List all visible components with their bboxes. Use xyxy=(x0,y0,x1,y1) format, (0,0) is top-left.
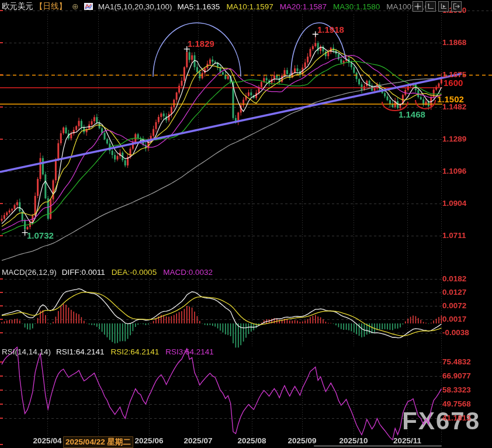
rsi-axis-label: 58.3323 xyxy=(442,385,471,394)
rsi-axis-label: 41.1813 xyxy=(442,413,471,422)
ma-value: MA10:1.1597 xyxy=(226,2,273,11)
price-axis-label: 1.0711 xyxy=(442,231,466,240)
macd-axis-label: 0.0072 xyxy=(442,301,466,310)
macd-axis-label: 0.0017 xyxy=(442,315,466,323)
rsi-value: RSI1:64.2141 xyxy=(56,347,105,356)
ma-value: MA5:1.1635 xyxy=(178,2,220,11)
chart-canvas[interactable] xyxy=(0,0,492,448)
period-label[interactable]: 【日线】 xyxy=(35,1,67,12)
macd-value: DIFF:0.0011 xyxy=(62,268,105,277)
axis-scale-play-icon[interactable] xyxy=(438,1,449,12)
macd-axis-label: -0.0038 xyxy=(442,328,469,337)
add-indicator-icon[interactable]: ⊕ xyxy=(72,2,79,11)
macd-indicator-header: MACD(26,12,9) DIFF:0.0011DEA:-0.0005MACD… xyxy=(2,268,213,277)
date-label: 2025/09 xyxy=(288,436,317,445)
rsi-indicator-header: RSI(14,14,14) RSI1:64.2141RSI2:64.2141RS… xyxy=(2,347,214,356)
rsi-value: RSI2:64.2141 xyxy=(111,347,160,356)
rsi-params-label: RSI(14,14,14) xyxy=(2,347,51,356)
price-axis-label: 1.1289 xyxy=(442,135,466,143)
ma-value: MA30:1.1580 xyxy=(333,2,380,11)
main-indicator-header: 欧元美元【日线】 ⊕ MA1(5,10,20,30,100) MA5:1.163… xyxy=(2,1,429,12)
ma-value: MA20:1.1587 xyxy=(280,2,327,11)
chart-toolbar xyxy=(413,1,462,12)
rsi-axis-label: 66.9077 xyxy=(442,371,471,380)
date-label: 2025/06 xyxy=(135,436,164,445)
chart-window: FX678 欧元美元【日线】 ⊕ MA1(5,10,20,30,100) MA5… xyxy=(0,0,492,448)
macd-value: DEA:-0.0005 xyxy=(112,268,157,277)
date-label: 2025/04 xyxy=(33,436,62,445)
axis-scale-left-icon[interactable] xyxy=(425,1,436,12)
macd-value: MACD:0.0032 xyxy=(163,268,213,277)
exit-chart-icon[interactable] xyxy=(451,1,462,12)
date-label: 2025/07 xyxy=(184,436,213,445)
price-annotation: 1.1829 xyxy=(188,39,214,49)
instrument-title[interactable]: 欧元美元 xyxy=(2,1,33,12)
rsi-value: RSI3:64.2141 xyxy=(165,347,214,356)
date-label: 2025/10 xyxy=(339,436,368,445)
date-label: 2025/08 xyxy=(238,436,266,445)
price-axis-label: 1.1096 xyxy=(442,167,466,175)
level-line-label: 1.1502 xyxy=(437,94,464,104)
rsi-axis-label: 75.4832 xyxy=(442,357,471,366)
price-axis-label: 1.0904 xyxy=(442,199,466,208)
macd-axis-label: 0.0127 xyxy=(442,288,466,297)
ma-params-label: MA1(5,10,20,30,100) xyxy=(98,2,172,11)
level-line-label: 1600 xyxy=(444,78,463,88)
price-annotation: 1.0732 xyxy=(27,230,54,240)
price-axis-label: 1.1868 xyxy=(442,38,466,47)
scrollbar-thumb[interactable] xyxy=(314,445,442,447)
macd-params-label: MACD(26,12,9) xyxy=(2,268,57,277)
price-annotation: 1.1918 xyxy=(317,25,344,35)
chart-type-icon[interactable] xyxy=(84,3,93,10)
rsi-axis-label: 49.7568 xyxy=(442,399,471,408)
date-label-selected: 2025/04/22 星期二 xyxy=(63,436,133,448)
macd-axis-label: 0.0182 xyxy=(442,274,466,283)
price-annotation: 1.1468 xyxy=(399,109,425,119)
date-label: 2025/11 xyxy=(393,436,421,445)
pan-crosshair-icon[interactable] xyxy=(413,1,423,12)
